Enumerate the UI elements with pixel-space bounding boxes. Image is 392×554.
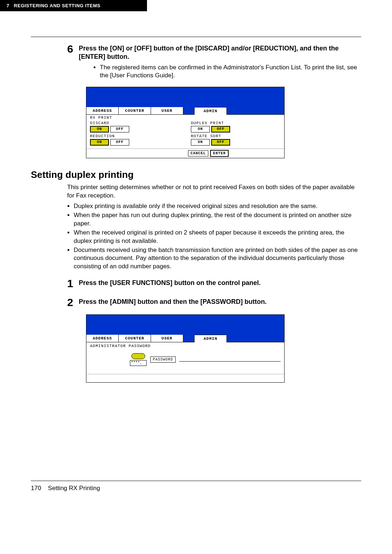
- bullet-item: The registered items can be confirmed in…: [100, 64, 361, 80]
- section-bullets: Duplex printing is available only if the…: [74, 202, 361, 271]
- discard-off-button[interactable]: OFF: [110, 126, 129, 133]
- step-1: 1 Press the [USER FUNCTIONS] button on t…: [67, 278, 361, 289]
- tab-row: ADDRESS COUNTER USER ADMIN: [86, 107, 284, 115]
- tab-counter[interactable]: COUNTER: [119, 107, 151, 114]
- tab-row: ADDRESS COUNTER USER ADMIN: [86, 335, 284, 342]
- password-mask-field[interactable]: ****_: [130, 360, 147, 366]
- step-number: 6: [67, 44, 79, 80]
- step-title: Press the [ON] or [OFF] button of the [D…: [79, 44, 361, 61]
- reduction-off-button[interactable]: OFF: [110, 139, 129, 146]
- step-number: 1: [67, 278, 79, 289]
- screenshot-rx-print: ADDRESS COUNTER USER ADMIN RX PRINT DISC…: [86, 87, 285, 158]
- tab-counter[interactable]: COUNTER: [119, 335, 151, 342]
- screenshot-footer: [86, 374, 284, 382]
- step-title: Press the [ADMIN] button and then the [P…: [79, 298, 361, 306]
- screen-title: ADMINISTRATOR PASSWORD: [90, 344, 281, 348]
- reduction-on-button[interactable]: ON: [90, 139, 109, 146]
- tab-user[interactable]: USER: [151, 107, 183, 114]
- tab-address[interactable]: ADDRESS: [86, 107, 119, 114]
- bullet-item: Documents received using the batch trans…: [74, 246, 361, 271]
- tab-address[interactable]: ADDRESS: [86, 335, 119, 342]
- step-2: 2 Press the [ADMIN] button and then the …: [67, 297, 361, 308]
- step-bullets: The registered items can be confirmed in…: [85, 64, 361, 80]
- password-line: [179, 361, 281, 362]
- screenshot-titlebar: [86, 315, 284, 335]
- screen-title: RX PRINT: [90, 115, 281, 120]
- key-icon: [131, 353, 145, 359]
- step-title: Press the [USER FUNCTIONS] button on the…: [79, 279, 361, 287]
- footer-section: Setting RX Printing: [48, 485, 100, 492]
- enter-button[interactable]: ENTER: [211, 150, 228, 156]
- tab-user[interactable]: USER: [151, 335, 183, 342]
- divider: [31, 37, 361, 37]
- step-6: 6 Press the [ON] or [OFF] button of the …: [67, 44, 361, 80]
- section-intro: This printer setting determines whether …: [67, 183, 361, 200]
- divider: [31, 481, 361, 481]
- screenshot-admin-password: ADDRESS COUNTER USER ADMIN ADMINISTRATOR…: [86, 314, 285, 383]
- rotate-off-button[interactable]: OFF: [211, 139, 230, 146]
- chapter-title: REGISTERING AND SETTING ITEMS: [14, 3, 101, 8]
- password-button[interactable]: PASSWORD: [150, 357, 176, 363]
- screenshot-titlebar: [86, 87, 284, 107]
- label-duplex-print: DUPLEX PRINT: [191, 121, 230, 125]
- section-heading: Setting duplex printing: [31, 169, 361, 180]
- bullet-item: When the paper has run out during duplex…: [74, 211, 361, 228]
- page-footer: 170 Setting RX Printing: [31, 485, 361, 492]
- label-reduction: REDUCTION: [90, 134, 129, 138]
- discard-on-button[interactable]: ON: [90, 126, 109, 133]
- tab-admin[interactable]: ADMIN: [194, 107, 227, 115]
- bullet-item: Duplex printing is available only if the…: [74, 202, 361, 211]
- tab-admin[interactable]: ADMIN: [194, 335, 227, 342]
- duplex-off-button[interactable]: OFF: [211, 126, 230, 133]
- cancel-button[interactable]: CANCEL: [188, 150, 208, 156]
- duplex-on-button[interactable]: ON: [191, 126, 210, 133]
- label-rotate-sort: ROTATE SORT: [191, 134, 230, 138]
- bullet-item: When the received original is printed on…: [74, 229, 361, 245]
- chapter-number: 7: [7, 3, 9, 8]
- rotate-on-button[interactable]: ON: [191, 139, 210, 146]
- label-discard: DISCARD: [90, 121, 129, 125]
- page-number: 170: [31, 485, 41, 492]
- screenshot-footer: CANCEL ENTER: [86, 148, 284, 158]
- chapter-header: 7 REGISTERING AND SETTING ITEMS: [0, 0, 147, 11]
- step-number: 2: [67, 297, 79, 308]
